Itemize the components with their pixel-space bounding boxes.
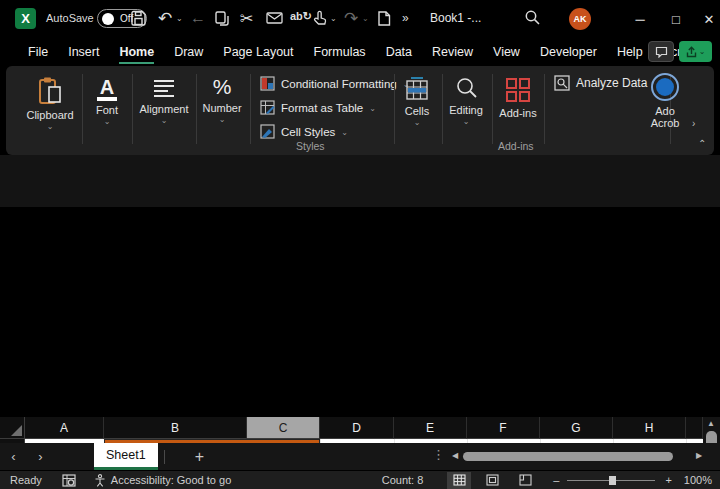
font-group[interactable]: A Font ⌄	[86, 78, 128, 126]
zoom-out-button[interactable]: –	[553, 474, 559, 486]
share-dropdown-icon: ⌄	[699, 47, 706, 56]
email-icon[interactable]	[266, 10, 284, 26]
cells-group[interactable]: Cells ⌄	[396, 76, 438, 127]
scroll-right-icon[interactable]: ▶	[696, 451, 702, 460]
title-bar: X AutoSave Off ↶ ⌄ ← ✂ ab↻ ⌄ ↷ ⌄ » Book1…	[0, 0, 720, 38]
font-icon: A	[100, 78, 114, 96]
add-sheet-button[interactable]: +	[195, 448, 204, 466]
number-group[interactable]: % Number ⌄	[198, 75, 246, 124]
new-file-icon[interactable]	[377, 10, 391, 27]
column-header-a[interactable]: A	[25, 417, 104, 439]
chevron-down-icon: ⌄	[161, 116, 168, 125]
tab-review[interactable]: Review	[422, 40, 483, 64]
editing-icon	[454, 76, 479, 101]
column-header-f[interactable]: F	[467, 417, 540, 439]
save-icon[interactable]	[130, 10, 147, 27]
tab-help[interactable]: Help	[607, 40, 653, 64]
formula-bar: C3 ⌄ ⋮ ✕ ✓ fx ⌄ =LEFT(B3,3)	[0, 155, 720, 207]
share-icon	[686, 46, 697, 58]
clipboard-group[interactable]: Clipboard ⌄	[22, 76, 78, 131]
chevron-down-icon: ⌄	[104, 117, 111, 126]
avatar[interactable]: AK	[569, 8, 591, 30]
horizontal-scrollbar-thumb[interactable]	[463, 452, 673, 461]
chevron-down-icon: ⌄	[219, 115, 226, 124]
tab-developer[interactable]: Developer	[530, 40, 607, 64]
sheetbar-options-dots[interactable]: ⋮	[432, 447, 445, 462]
conditional-formatting-icon	[260, 76, 275, 91]
ribbon-tabs: File Insert Home Draw Page Layout Formul…	[0, 38, 720, 66]
copy-icon[interactable]	[214, 10, 231, 27]
page-layout-view-button[interactable]	[480, 472, 504, 489]
accessibility-status[interactable]: Accessibility: Good to go	[94, 474, 231, 487]
percent-icon: %	[213, 75, 232, 99]
redo-icon: ↷	[344, 8, 358, 29]
analyze-data-button[interactable]: Analyze Data	[554, 75, 647, 91]
undo-dropdown-icon[interactable]: ⌄	[176, 14, 183, 23]
editing-group[interactable]: Editing ⌄	[444, 76, 488, 126]
adobe-acrobat-group[interactable]: Ado Acrob	[642, 72, 688, 129]
worksheet-grid: A B C D E F G H 1 2 3 4 5 6 7 8 9 10 LEF…	[0, 207, 720, 443]
excel-window: X AutoSave Off ↶ ⌄ ← ✂ ab↻ ⌄ ↷ ⌄ » Book1…	[0, 0, 720, 489]
alignment-icon	[152, 78, 176, 100]
share-button[interactable]: ⌄	[679, 41, 712, 62]
tab-power-pivot[interactable]: Power Pivot	[716, 40, 720, 64]
touch-mode-dropdown-icon[interactable]: ⌄	[330, 14, 337, 23]
column-header-d[interactable]: D	[320, 417, 394, 439]
chevron-down-icon: ⌄	[414, 118, 421, 127]
ribbon-overflow-icon[interactable]: ›	[692, 118, 695, 129]
back-arrow-icon: ←	[190, 9, 206, 27]
page-break-view-button[interactable]	[513, 472, 537, 489]
close-button[interactable]: ✕	[697, 7, 720, 31]
alignment-group[interactable]: Alignment ⌄	[136, 78, 192, 125]
select-all-corner[interactable]	[0, 417, 25, 439]
excel-logo-icon[interactable]: X	[15, 8, 36, 29]
tab-formulas[interactable]: Formulas	[304, 40, 376, 64]
column-header-c[interactable]: C	[247, 417, 320, 439]
tab-file[interactable]: File	[18, 40, 58, 64]
minimize-button[interactable]: ─	[628, 7, 652, 31]
tab-page-layout[interactable]: Page Layout	[213, 40, 303, 64]
next-sheet-icon[interactable]: ›	[27, 449, 54, 464]
tab-insert[interactable]: Insert	[58, 40, 109, 64]
cut-icon[interactable]: ✂	[240, 9, 253, 28]
zoom-in-button[interactable]: +	[665, 474, 671, 486]
maximize-button[interactable]: □	[664, 7, 688, 31]
zoom-level[interactable]: 100%	[684, 474, 712, 486]
touch-mode-icon[interactable]	[312, 10, 327, 26]
document-title: Book1 -...	[430, 11, 481, 25]
collapse-ribbon-icon[interactable]: ⌃	[698, 138, 706, 149]
status-bar: Ready Accessibility: Good to go Count: 8…	[0, 470, 720, 489]
comments-button[interactable]	[648, 41, 674, 62]
column-header-partial	[686, 417, 703, 439]
zoom-slider-thumb[interactable]	[609, 476, 616, 485]
column-header-h[interactable]: H	[613, 417, 686, 439]
cell-styles-button[interactable]: Cell Styles⌄	[260, 124, 348, 139]
comment-icon	[655, 46, 668, 58]
tab-draw[interactable]: Draw	[164, 40, 213, 64]
column-header-b[interactable]: B	[104, 417, 247, 439]
macro-record-icon[interactable]	[62, 474, 76, 487]
tab-home[interactable]: Home	[109, 40, 164, 64]
addins-group[interactable]: Add-ins	[496, 76, 540, 119]
conditional-formatting-button[interactable]: Conditional Formatting⌄	[260, 76, 409, 91]
translate-icon[interactable]: ab↻	[290, 10, 312, 23]
sheet-tab-sheet1[interactable]: Sheet1	[94, 443, 158, 470]
undo-icon[interactable]: ↶	[158, 8, 172, 29]
addins-icon	[504, 76, 532, 104]
prev-sheet-icon[interactable]: ‹	[0, 449, 27, 464]
scroll-left-icon[interactable]: ◀	[452, 451, 458, 460]
normal-view-button[interactable]	[447, 472, 471, 489]
ribbon: Clipboard ⌄ A Font ⌄ Alignment ⌄ % Numbe…	[6, 66, 714, 155]
column-header-e[interactable]: E	[394, 417, 467, 439]
search-icon[interactable]	[524, 9, 541, 26]
column-header-g[interactable]: G	[540, 417, 613, 439]
format-as-table-button[interactable]: Format as Table⌄	[260, 100, 376, 115]
qat-overflow-icon[interactable]: »	[402, 11, 409, 25]
format-as-table-icon	[260, 100, 275, 115]
zoom-slider[interactable]	[567, 480, 655, 481]
tab-view[interactable]: View	[483, 40, 530, 64]
autosave-label: AutoSave	[46, 12, 94, 24]
tab-data[interactable]: Data	[376, 40, 422, 64]
redo-dropdown-icon: ⌄	[362, 14, 369, 23]
scroll-up-icon[interactable]: ▲	[707, 419, 715, 428]
